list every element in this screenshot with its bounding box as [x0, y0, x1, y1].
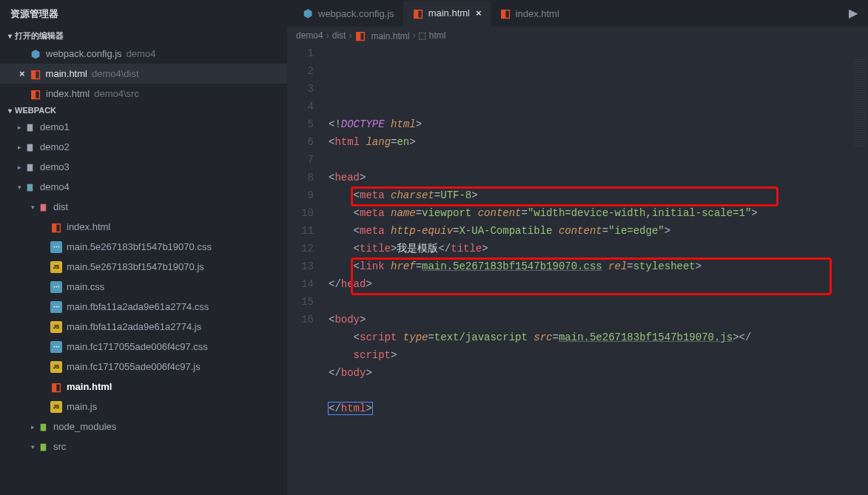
item-label: index.html [67, 221, 110, 232]
folder-item[interactable]: ▸▇node_modules [0, 417, 287, 437]
item-label: main.fc1717055ade006f4c97.js [67, 361, 201, 372]
item-label: demo3 [40, 161, 70, 172]
file-item[interactable]: JSmain.fc1717055ade006f4c97.js [0, 357, 287, 377]
tab-bar: ⬢webpack.config.js◧main.html×◧index.html [287, 0, 868, 27]
html5-icon: ◧ [354, 30, 366, 41]
item-label: demo2 [40, 141, 70, 152]
editor-tab[interactable]: ⬢webpack.config.js [293, 1, 403, 27]
file-tree: ▸▇demo1▸▇demo2▸▇demo3▾▇demo4▾▇dist◧index… [0, 117, 287, 457]
chevron-right-icon: › [412, 30, 415, 41]
css-icon: ⋯ [50, 301, 62, 313]
tab-label: index.html [516, 8, 559, 19]
item-label: main.5e267183bf1547b19070.js [67, 261, 204, 272]
open-editors-list: ⬢webpack.config.jsdemo4×◧main.htmldemo4\… [0, 44, 287, 104]
file-item[interactable]: JSmain.js [0, 397, 287, 417]
chevron-right-icon: › [326, 30, 329, 41]
open-editor-item[interactable]: ⬢webpack.config.jsdemo4 [0, 44, 287, 64]
item-label: dist [53, 201, 68, 212]
webpack-icon: ⬢ [302, 7, 314, 19]
close-icon[interactable]: × [476, 7, 482, 18]
chevron-right-icon: ▸ [28, 423, 37, 431]
breadcrumb-item[interactable]: ⬚ html [418, 30, 445, 41]
file-name: index.html [46, 88, 90, 99]
chevron-right-icon: ▸ [15, 144, 24, 151]
chevron-right-icon: › [349, 30, 351, 41]
file-item[interactable]: ⋯main.css [0, 277, 287, 297]
item-label: src [53, 441, 66, 452]
open-editors-section[interactable]: ▾ 打开的编辑器 [0, 28, 287, 44]
file-name: webpack.config.js [46, 48, 122, 59]
js-icon: JS [50, 401, 62, 413]
folder-icon: ▇ [37, 421, 49, 433]
breadcrumb-item[interactable]: demo4 [296, 30, 323, 41]
item-label: main.fc1717055ade006f4c97.css [67, 341, 208, 352]
tab-label: main.html [428, 7, 470, 18]
chevron-right-icon: ▸ [15, 124, 24, 131]
html5-icon: ◧ [412, 7, 424, 19]
run-icon[interactable]: ▶ [849, 6, 858, 20]
file-item[interactable]: JSmain.fbfa11a2ada9e61a2774.js [0, 317, 287, 337]
code-content[interactable]: <!DOCTYPE html><html lang=en> <head> <me… [329, 44, 868, 495]
html5-icon: ◧ [499, 7, 511, 19]
folder-item[interactable]: ▾▇src [0, 437, 287, 457]
item-label: main.js [67, 401, 97, 412]
file-path: demo4\dist [92, 68, 139, 79]
editor-tab[interactable]: ◧main.html× [403, 1, 491, 27]
file-item[interactable]: ◧index.html [0, 217, 287, 237]
file-item[interactable]: ⋯main.fbfa11a2ada9e61a2774.css [0, 297, 287, 317]
file-name: main.html [46, 68, 87, 79]
tab-label: webpack.config.js [318, 8, 394, 19]
open-editor-item[interactable]: ×◧main.htmldemo4\dist [0, 64, 287, 84]
chevron-down-icon: ▾ [28, 443, 37, 451]
css-icon: ⋯ [50, 281, 62, 293]
breadcrumb-item[interactable]: dist [332, 30, 346, 41]
item-label: demo4 [40, 181, 70, 192]
file-item[interactable]: JSmain.5e267183bf1547b19070.js [0, 257, 287, 277]
folder-icon: ▇ [37, 201, 49, 213]
html5-icon: ◧ [50, 221, 62, 233]
item-label: demo1 [40, 121, 70, 132]
chevron-down-icon: ▾ [4, 32, 15, 40]
chevron-down-icon: ▾ [28, 203, 37, 211]
editor-area: ⬢webpack.config.js◧main.html×◧index.html… [287, 0, 868, 495]
html5-icon: ◧ [50, 381, 62, 393]
explorer-sidebar: 资源管理器 ▾ 打开的编辑器 ⬢webpack.config.jsdemo4×◧… [0, 0, 287, 495]
file-item[interactable]: ◧main.html [0, 377, 287, 397]
explorer-title: 资源管理器 [0, 0, 287, 28]
html5-icon: ◧ [30, 68, 41, 80]
close-icon[interactable]: × [19, 68, 25, 79]
folder-icon: ▇ [24, 121, 36, 133]
folder-icon: ▇ [24, 181, 36, 193]
file-path: demo4 [127, 48, 156, 59]
file-path: demo4\src [94, 88, 139, 99]
chevron-down-icon: ▾ [4, 107, 15, 115]
project-section[interactable]: ▾ WEBPACK [0, 104, 287, 117]
folder-icon: ▇ [24, 161, 36, 173]
webpack-icon: ⬢ [30, 48, 41, 60]
file-item[interactable]: ⋯main.5e267183bf1547b19070.css [0, 237, 287, 257]
folder-item[interactable]: ▸▇demo3 [0, 157, 287, 177]
folder-item[interactable]: ▸▇demo2 [0, 137, 287, 157]
item-label: main.fbfa11a2ada9e61a2774.js [67, 321, 201, 332]
breadcrumb[interactable]: demo4›dist›◧main.html›⬚ html [287, 27, 868, 44]
item-label: main.html [67, 381, 112, 392]
folder-icon: ▇ [24, 141, 36, 153]
js-icon: JS [50, 361, 62, 373]
breadcrumb-item[interactable]: ◧main.html [354, 30, 409, 41]
minimap[interactable] [850, 44, 868, 495]
editor-tab[interactable]: ◧index.html [491, 1, 568, 27]
folder-item[interactable]: ▾▇demo4 [0, 177, 287, 197]
item-label: main.css [67, 281, 104, 292]
open-editor-item[interactable]: ◧index.htmldemo4\src [0, 84, 287, 104]
file-item[interactable]: ⋯main.fc1717055ade006f4c97.css [0, 337, 287, 357]
folder-item[interactable]: ▾▇dist [0, 197, 287, 217]
code-editor[interactable]: 12345678910111213141516 <!DOCTYPE html><… [287, 44, 868, 495]
css-icon: ⋯ [50, 341, 62, 353]
chevron-right-icon: ▸ [15, 164, 24, 171]
project-label: WEBPACK [15, 106, 56, 115]
line-gutter: 12345678910111213141516 [287, 44, 329, 495]
folder-item[interactable]: ▸▇demo1 [0, 117, 287, 137]
css-icon: ⋯ [50, 241, 62, 253]
item-label: main.fbfa11a2ada9e61a2774.css [67, 301, 209, 312]
js-icon: JS [50, 261, 62, 273]
